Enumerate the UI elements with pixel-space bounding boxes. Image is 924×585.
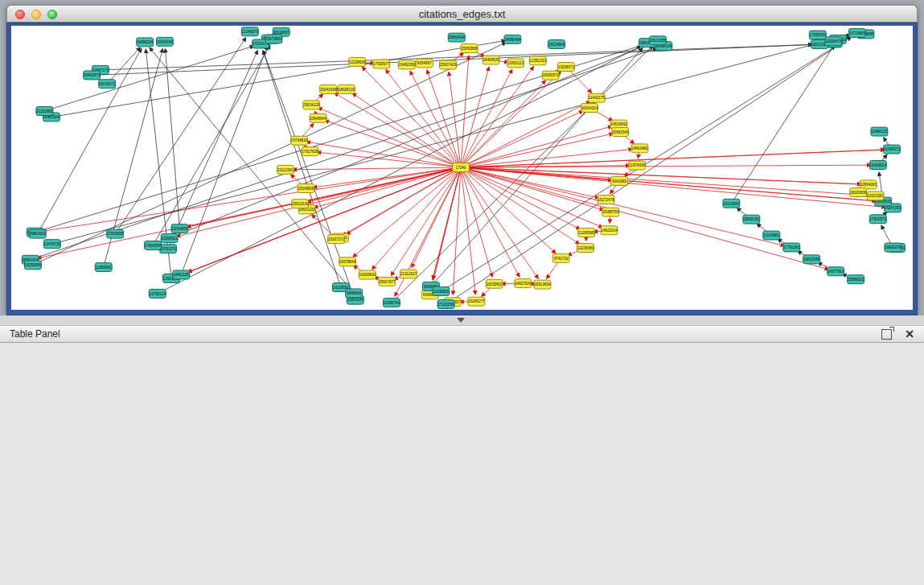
graph-node[interactable]: 15893868 <box>461 44 478 53</box>
graph-node[interactable]: 16886234 <box>137 38 154 47</box>
svg-text:18314324: 18314324 <box>581 106 598 110</box>
graph-node[interactable]: 11856081 <box>95 263 112 272</box>
graph-node[interactable]: 18928130 <box>338 84 355 93</box>
graph-node[interactable]: 12478732 <box>43 240 60 249</box>
graph-node[interactable]: 23167271 <box>327 235 344 244</box>
graph-node[interactable]: 12094839 <box>171 225 188 233</box>
graph-node[interactable]: 16119940 <box>723 199 740 208</box>
svg-text:25586022: 25586022 <box>848 278 864 282</box>
graph-node[interactable]: 22528479 <box>825 37 842 46</box>
graph-node[interactable]: 14481185 <box>173 270 190 279</box>
graph-node[interactable]: 14377913 <box>827 267 844 276</box>
graph-node[interactable]: 21109481 <box>763 231 780 240</box>
graph-node[interactable]: 17935977 <box>373 60 390 68</box>
graph-node[interactable]: 18406535 <box>483 56 499 64</box>
graph-node[interactable]: 19101255 <box>650 36 667 45</box>
graph-node[interactable]: 24096494 <box>504 35 521 43</box>
graph-node[interactable]: 21232882 <box>36 107 53 116</box>
float-panel-icon[interactable] <box>881 329 892 340</box>
graph-node[interactable]: 12228636 <box>349 57 366 66</box>
graph-node[interactable]: 18314324 <box>581 104 598 113</box>
graph-edge <box>33 43 506 266</box>
graph-node[interactable]: 11265985 <box>578 228 595 237</box>
graph-node[interactable]: 20819345 <box>803 255 820 264</box>
graph-node[interactable]: 25607429 <box>440 60 457 69</box>
graph-node[interactable]: 13792124 <box>149 289 166 298</box>
graph-node[interactable]: 17617838 <box>302 147 318 156</box>
graph-node[interactable]: 9342993 <box>610 176 627 185</box>
graph-node[interactable]: 17205595 <box>107 229 124 238</box>
graph-node[interactable]: 18090571 <box>542 71 559 80</box>
graph-node[interactable]: 11442175 <box>588 93 605 102</box>
close-window-button[interactable] <box>15 10 25 19</box>
graph-node[interactable]: 21090071 <box>884 145 901 154</box>
graph-node[interactable]: 9054587 <box>416 59 433 68</box>
graph-node[interactable]: 15524909 <box>548 40 565 49</box>
close-panel-icon[interactable]: ✕ <box>905 328 914 340</box>
graph-node[interactable]: 25241606 <box>320 84 337 93</box>
graph-node[interactable]: 20049508 <box>298 184 314 193</box>
graph-node[interactable]: 11638826 <box>433 286 450 295</box>
graph-node[interactable]: 16309900 <box>359 270 376 279</box>
graph-node[interactable]: 10185764 <box>383 299 400 307</box>
graph-node[interactable]: 24637926 <box>515 279 532 288</box>
graph-node[interactable]: 17831571 <box>869 215 886 224</box>
graph-node[interactable]: 19169623 <box>869 161 886 170</box>
svg-text:16250246: 16250246 <box>25 263 42 267</box>
graph-node[interactable]: 25085759 <box>602 208 619 216</box>
graph-node[interactable]: 23112361 <box>277 165 294 174</box>
graph-node[interactable]: 9948458 <box>346 289 363 298</box>
graph-node[interactable]: 20035822 <box>486 279 503 288</box>
splitter-handle-icon[interactable] <box>457 318 465 323</box>
graph-node[interactable]: 23646644 <box>310 113 326 122</box>
graph-node[interactable]: 17383096 <box>809 31 826 39</box>
graph-node[interactable]: 12351333 <box>529 56 546 65</box>
graph-node[interactable]: 25834129 <box>303 101 320 109</box>
graph-node[interactable]: 15676861 <box>265 35 282 43</box>
graph-node[interactable]: 25069152 <box>743 215 760 224</box>
graph-node[interactable]: 9741732 <box>552 253 569 262</box>
graph-node[interactable]: 14621014 <box>601 226 618 235</box>
graph-node[interactable]: 22486125 <box>871 127 888 136</box>
graph-node[interactable]: 25586022 <box>848 275 864 284</box>
graph-edge <box>461 150 885 167</box>
graph-node[interactable]: 19018171 <box>99 80 116 89</box>
minimize-window-button[interactable] <box>31 10 41 19</box>
graph-edge <box>107 47 140 84</box>
graph-node[interactable]: 16462390 <box>398 60 415 69</box>
graph-node[interactable]: 17701281 <box>783 243 800 252</box>
graph-node[interactable]: 15643646 <box>156 37 173 46</box>
graph-node[interactable]: 25912630 <box>292 200 309 208</box>
graph-node[interactable]: 25802802 <box>29 229 46 238</box>
graph-node[interactable]: 24660482 <box>631 144 648 153</box>
graph-node[interactable]: 16250246 <box>24 261 41 270</box>
graph-node[interactable]: 17223566 <box>437 300 454 309</box>
network-window-titlebar[interactable]: citations_edges.txt <box>6 5 918 23</box>
graph-node[interactable]: 10321581 <box>867 192 884 200</box>
graph-node[interactable]: 17804956 <box>145 241 162 249</box>
graph-node[interactable]: 20561545 <box>612 128 629 137</box>
graph-node[interactable]: 19839279 <box>885 243 901 252</box>
graph-node[interactable]: 11651122 <box>507 59 524 68</box>
network-canvas[interactable]: 2560742915893868184065351165112212351333… <box>11 26 913 310</box>
graph-node[interactable]: 20860418 <box>448 33 465 42</box>
graph-node[interactable]: 11974006 <box>629 161 646 170</box>
graph-node[interactable]: 18378844 <box>339 257 356 266</box>
graph-node[interactable]: 25607877 <box>379 277 396 286</box>
graph-node[interactable]: 21312617 <box>400 270 417 278</box>
graph-node[interactable]: 21246070 <box>241 27 258 36</box>
zoom-window-button[interactable] <box>47 10 57 19</box>
graph-node[interactable]: 10729804 <box>848 29 865 38</box>
graph-node[interactable]: 21599621 <box>161 233 178 242</box>
graph-node[interactable]: 18313834 <box>534 280 551 289</box>
graph-node[interactable]: 18183836 <box>850 188 867 197</box>
graph-node[interactable]: 15272478 <box>598 196 614 204</box>
panel-splitter[interactable] <box>0 315 924 325</box>
graph-node[interactable]: 12236383 <box>577 244 594 253</box>
graph-node[interactable]: 17240 <box>453 163 470 172</box>
graph-node[interactable]: 10402873 <box>84 71 101 80</box>
graph-node[interactable]: 15734826 <box>291 136 308 145</box>
graph-node[interactable]: 23245277 <box>468 297 485 306</box>
graph-node[interactable]: 13208071 <box>557 63 574 72</box>
graph-node[interactable]: 20761370 <box>159 245 176 253</box>
